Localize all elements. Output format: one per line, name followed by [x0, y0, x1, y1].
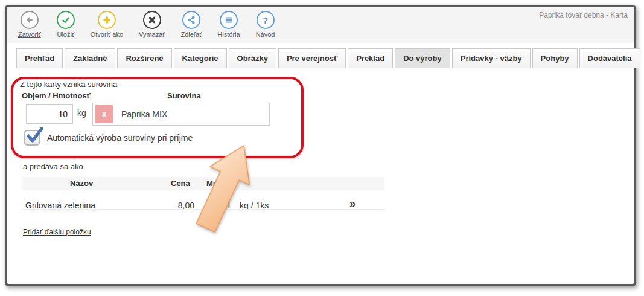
auto-production-label: Automatická výroba suroviny pri príjme [47, 133, 193, 143]
surovina-picker[interactable]: X Paprika MIX [92, 103, 270, 126]
back-arrow-icon [21, 11, 39, 29]
cross-icon [143, 11, 161, 29]
tab-kategorie[interactable]: Kategórie [174, 48, 227, 68]
volume-input[interactable] [26, 104, 73, 124]
remove-surovina-button[interactable]: X [95, 105, 113, 123]
open-as-button[interactable]: Otvoriť ako [91, 11, 123, 43]
delete-label: Vymazať [139, 31, 165, 38]
tab-obrazky[interactable]: Obrázky [229, 48, 276, 68]
sales-intro: a predáva sa ako [23, 162, 83, 171]
delete-button[interactable]: Vymazať [139, 11, 165, 43]
share-label: Zdieľať [180, 31, 202, 38]
col-nazov: Názov [70, 179, 93, 188]
surovina-label: Surovina [167, 91, 201, 100]
section-title: Z tejto karty vzniká surovina [20, 80, 117, 89]
screenshot-stage: Zatvoriť Uložiť Otvoriť ako Vymazať [0, 0, 644, 296]
close-button[interactable]: Zatvoriť [18, 11, 41, 43]
tab-pridavky-vazby[interactable]: Prídavky - väzby [452, 48, 531, 68]
auto-production-checkbox[interactable] [24, 130, 40, 146]
sales-table-header: Názov Cena Mn. [22, 177, 384, 190]
tab-zakladne[interactable]: Základné [65, 48, 115, 68]
save-button[interactable]: Uložiť [57, 11, 75, 43]
help-button[interactable]: ? Návod [256, 11, 275, 43]
close-label: Zatvoriť [18, 31, 41, 38]
save-label: Uložiť [57, 31, 74, 38]
check-icon [57, 11, 75, 29]
list-lines-icon [220, 11, 238, 29]
tab-pre-verejnost[interactable]: Pre verejnosť [278, 48, 346, 68]
question-icon: ? [257, 11, 275, 29]
volume-unit: kg [77, 108, 86, 118]
row-divider [22, 209, 384, 210]
tab-do-vyroby[interactable]: Do výroby [395, 48, 450, 68]
checkmark-icon [26, 126, 46, 147]
window-title: Paprika tovar debna - Karta [539, 11, 628, 19]
share-icon [182, 11, 200, 29]
tab-bar: Prehľad Základné Rozšírené Kategórie Obr… [16, 48, 640, 68]
help-label: Návod [256, 31, 275, 38]
history-label: História [217, 31, 240, 38]
tab-prehlad[interactable]: Prehľad [16, 48, 63, 68]
surovina-value: Paprika MIX [121, 109, 167, 119]
row-expand-chevron[interactable]: » [349, 197, 356, 210]
share-button[interactable]: Zdieľať [180, 11, 202, 43]
app-window: Zatvoriť Uložiť Otvoriť ako Vymazať [5, 5, 636, 286]
tab-pohyby[interactable]: Pohyby [532, 48, 578, 68]
history-button[interactable]: História [217, 11, 240, 43]
plus-icon [98, 11, 116, 29]
tab-preklad[interactable]: Preklad [348, 48, 393, 68]
col-cena: Cena [171, 179, 190, 188]
open-as-label: Otvoriť ako [91, 31, 123, 38]
add-item-link[interactable]: Pridať ďalšiu položku [23, 228, 91, 236]
tab-rozsirene[interactable]: Rozšírené [117, 48, 171, 68]
tab-dodavatelia[interactable]: Dodávatelia [579, 48, 640, 68]
volume-label: Objem / Hmotnosť [22, 91, 91, 100]
col-mn: Mn. [206, 179, 220, 188]
